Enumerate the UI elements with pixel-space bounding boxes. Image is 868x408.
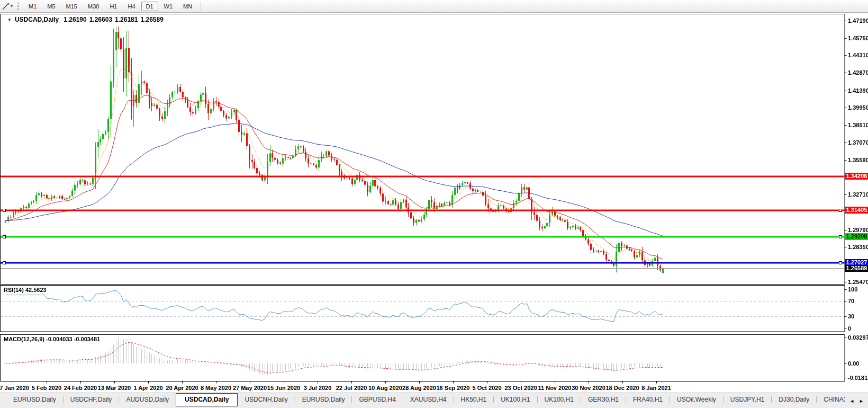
- ohlc-close: 1.26589: [140, 16, 163, 23]
- rsi-axis-label: 0: [848, 325, 851, 332]
- timeframe-button-MN[interactable]: MN: [178, 2, 197, 11]
- time-axis-label: 8 Jan 2021: [635, 385, 677, 391]
- price-axis-label: 1.28350: [848, 244, 868, 250]
- chart-tab-fra40-h1[interactable]: FRA40,H1: [626, 393, 670, 405]
- timeframe-button-M30[interactable]: M30: [83, 2, 104, 11]
- chart-tab-uk100-h1[interactable]: UK100,H1: [538, 393, 581, 405]
- macd-axis-label: 0.00: [848, 360, 859, 367]
- timeframe-button-M5[interactable]: M5: [42, 2, 60, 11]
- rsi-pane-label: RSI(14) 42.5623: [4, 287, 47, 293]
- current-price-badge: 1.26589: [845, 265, 868, 272]
- chart-tab-audusd-daily[interactable]: AUDUSD,Daily: [119, 393, 176, 405]
- hline-price-badge: 1.34206: [845, 173, 868, 180]
- price-axis-label: 1.25470: [848, 279, 868, 285]
- tool-dropdown-caret-icon[interactable]: ▾: [11, 4, 13, 8]
- chart-window: ▼ USDCAD,Daily 1.26190 1.26603 1.26181 1…: [0, 13, 868, 393]
- macd-axis-label: -0.018154: [848, 375, 868, 381]
- chart-tab-usdchf-daily[interactable]: USDCHF,Daily: [64, 393, 119, 405]
- chart-tab-dj30-daily[interactable]: DJ30,Daily: [772, 393, 816, 405]
- chart-tab-usdjpy-h1[interactable]: USDJPY,H1: [724, 393, 771, 405]
- trendline-tool-icon[interactable]: [2, 2, 10, 11]
- price-axis-label: 1.29790: [848, 227, 868, 233]
- chart-tabs-bar: EURUSD,DailyUSDCHF,DailyAUDUSD,DailyUSDC…: [0, 393, 868, 408]
- macd-pane-label: MACD(12,26,9) -0.004033 -0.003481: [4, 336, 100, 342]
- toolbar-separator: [201, 2, 201, 11]
- chart-tabs: EURUSD,DailyUSDCHF,DailyAUDUSD,DailyUSDC…: [6, 393, 868, 406]
- timeframe-buttons: M1M5M15M30H1H4D1W1MN: [23, 2, 204, 11]
- price-axis-label: 1.44310: [848, 52, 868, 58]
- chart-tab-gbpusd-h4[interactable]: GBPUSD,H4: [352, 393, 402, 405]
- price-axis-label: 1.37070: [848, 139, 868, 146]
- timeframe-button-D1[interactable]: D1: [141, 2, 158, 11]
- price-axis-label: 1.39950: [848, 104, 868, 111]
- chart-tab-ger30-h1[interactable]: GER30,H1: [581, 393, 626, 405]
- macd-axis-label: 0.032972: [848, 334, 868, 341]
- timeframe-button-M15[interactable]: M15: [61, 2, 82, 11]
- price-chart-canvas[interactable]: [0, 13, 868, 384]
- chart-tab-hk50-h1[interactable]: HK50,H1: [454, 393, 494, 405]
- hline-price-badge: 1.31405: [845, 207, 868, 214]
- price-axis-label: 1.47190: [848, 17, 868, 24]
- rsi-axis-label: 70: [848, 298, 854, 304]
- chart-symbol-label: USDCAD,Daily: [15, 16, 59, 23]
- timeframe-toolbar: ▾ M1M5M15M30H1H4D1W1MN: [0, 0, 868, 13]
- price-axis-label: 1.32710: [848, 191, 868, 198]
- toolbar-grip: [17, 3, 19, 10]
- price-axis-label: 1.35590: [848, 157, 868, 163]
- price-axis-label: 1.41390: [848, 87, 868, 94]
- hline-price-badge: 1.29208: [845, 233, 868, 240]
- timeframe-button-M1[interactable]: M1: [24, 2, 41, 11]
- price-axis-label: 1.42870: [848, 69, 868, 76]
- tab-scroll-left-icon[interactable]: ◄: [849, 398, 854, 404]
- chart-tab-xauusd-h4[interactable]: XAUUSD,H4: [403, 393, 454, 405]
- chart-tab-usdcnh-daily[interactable]: USDCNH,Daily: [238, 393, 294, 405]
- chart-tab-uk100-h1[interactable]: UK100,H1: [494, 393, 537, 405]
- ohlc-low: 1.26181: [115, 16, 138, 23]
- timeframe-button-H4[interactable]: H4: [123, 2, 140, 11]
- tab-scroll-arrows: ◄ ►: [845, 393, 866, 408]
- ohlc-open: 1.26190: [64, 16, 86, 23]
- rsi-axis-label: 100: [848, 286, 857, 292]
- chart-tab-usdcad-daily[interactable]: USDCAD,Daily: [176, 393, 238, 406]
- collapse-triangle-icon[interactable]: ▼: [7, 17, 12, 22]
- tab-scroll-right-icon[interactable]: ►: [859, 398, 864, 404]
- chart-title-bar: ▼ USDCAD,Daily 1.26190 1.26603 1.26181 1…: [7, 16, 166, 23]
- price-axis-label: 1.38510: [848, 122, 868, 128]
- rsi-axis-label: 30: [848, 313, 854, 320]
- chart-tab-eurusd-daily[interactable]: EURUSD,Daily: [295, 393, 352, 405]
- price-axis-label: 1.45750: [848, 35, 868, 41]
- timeframe-button-H1[interactable]: H1: [105, 2, 122, 11]
- mt4-window: ▾ M1M5M15M30H1H4D1W1MN ▼ USDCAD,Daily 1.…: [0, 0, 868, 408]
- chart-tab-eurusd-daily[interactable]: EURUSD,Daily: [6, 393, 63, 405]
- chart-tab-usoil-weekly[interactable]: USOil,Weekly: [670, 393, 723, 405]
- trendline-icon-glyph: [2, 2, 10, 10]
- timeframe-button-W1[interactable]: W1: [159, 2, 178, 11]
- ohlc-high: 1.26603: [89, 16, 112, 23]
